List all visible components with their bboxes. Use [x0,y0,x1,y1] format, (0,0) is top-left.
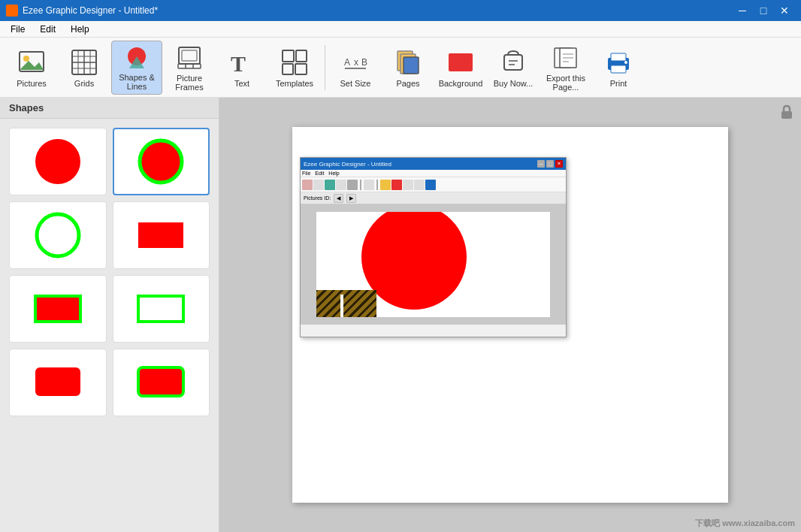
inner-subtoolbar: Pictures ID: ◀ ▶ [301,192,566,204]
inner-menu-file: File [302,171,310,176]
text-label: Text [234,79,249,88]
toolbar-grids-button[interactable]: Grids [59,41,110,95]
svg-rect-40 [611,65,626,73]
svg-text:x: x [354,57,358,68]
pictures-icon [17,47,47,77]
toolbar-export-button[interactable]: Export this Page... [540,41,591,95]
toolbar-pictureframes-button[interactable]: Picture Frames [164,41,215,95]
templates-label: Templates [276,79,313,88]
print-icon [603,47,633,77]
toolbar-pictures-button[interactable]: Pictures [6,41,57,95]
shape-red-rect[interactable] [113,201,210,269]
menu-help[interactable]: Help [63,23,97,36]
inner-tb-shapes [325,180,335,190]
menu-file[interactable]: File [3,23,32,36]
svg-rect-48 [35,367,80,396]
title-bar-controls: ─ □ ✕ [732,0,795,21]
menu-edit[interactable]: Edit [32,23,63,36]
toolbar-setsize-button[interactable]: A x B Set Size [330,41,381,95]
inner-sub-label: Pictures ID: [304,195,331,201]
inner-white-canvas [316,212,550,318]
svg-point-42 [35,139,80,184]
inner-maximize: □ [546,160,554,168]
grids-icon [69,47,99,77]
inner-app-window: Ezee Graphic Designer - Untitled ─ □ ✕ F… [300,157,567,337]
inner-tb-pictures [302,180,313,190]
minimize-button[interactable]: ─ [732,0,753,21]
shape-red-circle-green-border[interactable] [113,128,210,195]
close-button[interactable]: ✕ [774,0,795,21]
inner-red-circle [361,212,467,310]
shape-green-outline-circle[interactable] [9,201,107,269]
app-title: Ezee Graphic Designer - Untitled* [23,5,158,16]
inner-title-bar: Ezee Graphic Designer - Untitled ─ □ ✕ [301,158,566,170]
shapes-grid [0,119,219,425]
svg-point-44 [37,214,79,256]
inner-tb-grids [313,180,324,190]
inner-menu-help: Help [328,171,339,176]
svg-point-43 [140,141,182,183]
panel-title: Shapes [0,98,219,119]
inner-canvas-bg [301,204,566,325]
inner-tb-bg [391,180,402,190]
svg-text:T: T [231,51,246,76]
shapes-label: Shapes & Lines [115,73,159,91]
shape-red-circle[interactable] [9,128,107,195]
svg-rect-13 [182,50,197,61]
inner-close: ✕ [555,160,563,168]
toolbar-text-button[interactable]: T Text [216,41,268,95]
svg-rect-45 [138,222,183,248]
toolbar-shapes-button[interactable]: Shapes & Lines [111,41,162,95]
inner-tb-frames [336,180,346,190]
inner-menubar: File Edit Help [301,170,566,177]
svg-rect-30 [504,55,522,70]
text-icon: T [227,47,257,77]
toolbar: Pictures Grids Shapes & Lines [0,38,801,98]
inner-sub-prev[interactable]: ◀ [334,194,343,203]
toolbar-templates-button[interactable]: Templates [269,41,320,95]
main-area: Shapes [0,98,801,532]
inner-tb-sep2 [376,180,378,190]
inner-title-text: Ezee Graphic Designer - Untitled [304,161,391,168]
shapes-grid-wrapper[interactable] [0,119,219,532]
inner-menu-edit: Edit [315,171,324,176]
svg-rect-49 [138,367,183,396]
svg-text:B: B [361,57,367,68]
toolbar-pages-button[interactable]: Pages [382,41,434,95]
svg-rect-18 [283,50,294,62]
buynow-label: Buy Now... [494,79,533,88]
inner-sub-next[interactable]: ▶ [346,194,356,203]
inner-tb-pages [380,180,391,190]
toolbar-buynow-button[interactable]: Buy Now... [488,41,539,95]
buynow-icon [498,47,528,77]
svg-rect-50 [781,111,792,119]
title-bar-left: Ezee Graphic Designer - Untitled* [6,5,158,17]
main-canvas[interactable]: Ezee Graphic Designer - Untitled ─ □ ✕ F… [292,127,728,503]
inner-title-controls: ─ □ ✕ [537,160,563,168]
inner-minimize: ─ [537,160,545,168]
inner-toolbar [301,177,566,192]
pages-label: Pages [396,79,419,88]
maximize-button[interactable]: □ [753,0,774,21]
inner-tb-export [414,180,425,190]
inner-tb-buynow [403,180,413,190]
shape-red-rect-green-border-2[interactable] [113,349,210,416]
svg-rect-29 [449,53,473,71]
shape-red-rect-green-border[interactable] [9,275,107,343]
lock-icon[interactable] [778,104,795,122]
menu-bar: File Edit Help [0,21,801,38]
export-icon [551,44,581,72]
toolbar-background-button[interactable]: Background [435,41,486,95]
shape-white-rect-green-border[interactable] [113,275,210,343]
svg-rect-39 [611,53,626,61]
svg-text:A: A [344,57,350,68]
shapes-icon [122,44,152,71]
svg-marker-2 [20,61,44,70]
svg-rect-47 [138,296,183,322]
toolbar-print-button[interactable]: Print [593,41,644,95]
shape-red-rect-2[interactable] [9,349,107,416]
background-label: Background [439,79,483,88]
canvas-area: Ezee Graphic Designer - Untitled ─ □ ✕ F… [219,98,801,532]
svg-point-41 [624,61,627,64]
toolbar-sep-1 [325,45,325,90]
